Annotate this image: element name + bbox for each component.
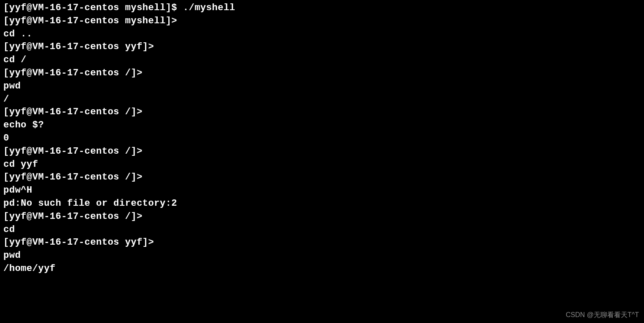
terminal-line: 0: [3, 132, 641, 145]
terminal-line: [yyf@VM-16-17-centos /]>: [3, 171, 641, 184]
terminal-line: cd: [3, 224, 641, 237]
terminal-line: cd yyf: [3, 158, 641, 171]
terminal-line: [yyf@VM-16-17-centos yyf]>: [3, 236, 641, 249]
terminal-line: [yyf@VM-16-17-centos yyf]>: [3, 41, 641, 54]
terminal-output[interactable]: [yyf@VM-16-17-centos myshell]$ ./myshell…: [3, 2, 641, 276]
watermark-text: CSDN @无聊看看天T^T: [566, 310, 639, 320]
terminal-line: [yyf@VM-16-17-centos /]>: [3, 210, 641, 224]
terminal-line: [yyf@VM-16-17-centos /]>: [3, 145, 641, 158]
terminal-line: [yyf@VM-16-17-centos /]>: [3, 106, 641, 119]
terminal-line: pwd: [3, 80, 641, 93]
terminal-line: [yyf@VM-16-17-centos myshell]$ ./myshell: [3, 2, 641, 15]
terminal-line: cd ..: [3, 28, 641, 41]
terminal-line: pdw^H: [3, 184, 641, 197]
terminal-line: pwd: [3, 249, 641, 262]
terminal-line: [yyf@VM-16-17-centos myshell]>: [3, 15, 641, 28]
terminal-line: /home/yyf: [3, 262, 641, 276]
terminal-line: pd:No such file or directory:2: [3, 197, 641, 210]
terminal-line: cd /: [3, 54, 641, 67]
terminal-line: [yyf@VM-16-17-centos /]>: [3, 67, 641, 80]
terminal-line: echo $?: [3, 119, 641, 132]
terminal-line: /: [3, 93, 641, 106]
